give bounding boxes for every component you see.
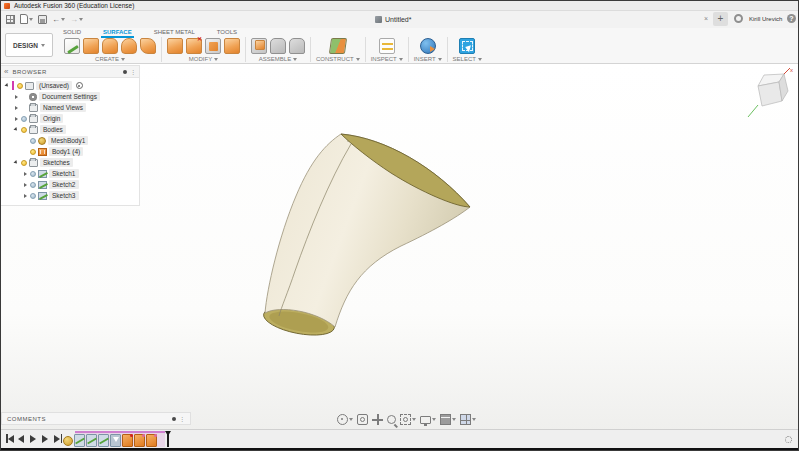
pan-button[interactable] [372,414,383,425]
tree-item-unsaved[interactable]: (Unsaved) [1,80,139,91]
expand-arrow-icon[interactable] [22,172,28,176]
timeline-item-boundary-fill[interactable] [134,434,145,447]
tree-item-document-settings[interactable]: Document Settings [1,91,139,102]
go-to-end-button[interactable] [54,434,62,443]
tree-item-origin[interactable]: Origin [1,113,139,124]
patch-button[interactable] [102,38,118,54]
workspace-selector[interactable]: DESIGN [5,33,53,57]
visibility-bulb-icon[interactable] [30,193,36,199]
look-at-button[interactable] [357,414,368,425]
group-label-create[interactable]: CREATE [95,56,125,62]
timeline-playhead[interactable] [167,431,169,447]
group-label-assemble[interactable]: ASSEMBLE [259,56,297,62]
tree-item-sketches[interactable]: Sketches [1,157,139,168]
group-label-inspect[interactable]: INSPECT [371,56,403,62]
play-button[interactable] [30,434,38,443]
select-button[interactable] [459,38,475,54]
job-status-icon[interactable] [734,14,743,23]
expand-arrow-icon[interactable] [13,95,19,99]
visibility-bulb-icon[interactable] [30,138,36,144]
timeline-settings-gear-icon[interactable] [785,436,792,443]
tab-sheet-metal[interactable]: SHEET METAL [152,28,197,37]
joint-button[interactable] [270,38,286,54]
reverse-normal-button[interactable] [224,38,240,54]
data-panel-toggle[interactable] [6,15,15,24]
visibility-bulb-icon[interactable] [30,182,36,188]
visibility-bulb-icon[interactable] [21,160,27,166]
visibility-bulb-icon[interactable] [30,171,36,177]
group-label-modify[interactable]: MODIFY [189,56,218,62]
redo-button[interactable]: → [70,15,83,24]
visibility-bulb-icon[interactable] [21,116,27,122]
file-icon [20,14,28,24]
timeline-item-boundary-fill[interactable] [146,434,157,447]
tree-item-body1-4[interactable]: Body1 (4) [1,146,139,157]
expand-arrow-icon[interactable] [13,161,19,164]
go-to-start-button[interactable] [6,434,14,443]
tab-solid[interactable]: SOLID [61,28,83,37]
undo-button[interactable]: ← [52,15,65,24]
step-forward-button[interactable] [42,434,50,443]
expand-arrow-icon[interactable] [13,128,19,131]
zoom-button[interactable] [387,415,396,424]
expand-arrow-icon[interactable] [22,183,28,187]
activate-component-radio[interactable] [76,82,83,89]
document-tab[interactable]: Untitled* [369,12,417,27]
tree-item-meshbody1[interactable]: MeshBody1 [1,135,139,146]
group-label-construct[interactable]: CONSTRUCT [316,56,360,62]
fit-button[interactable] [400,414,416,425]
construction-plane-button[interactable] [329,38,347,54]
insert-mesh-button[interactable] [420,38,436,54]
expand-arrow-icon[interactable] [4,84,10,87]
help-button[interactable]: ? [787,14,796,23]
measure-button[interactable] [379,38,395,54]
tree-item-bodies[interactable]: Bodies [1,124,139,135]
visibility-bulb-icon[interactable] [21,127,27,133]
group-label-select[interactable]: SELECT [453,56,482,62]
create-sketch-button[interactable] [64,38,80,54]
viewports-button[interactable] [460,414,476,425]
tree-item-sketch3[interactable]: Sketch3 [1,190,139,201]
viewcube[interactable]: x [743,64,797,122]
timeline-item-sketch[interactable] [98,434,109,447]
visibility-bulb-icon[interactable] [17,83,23,89]
display-settings-button[interactable] [420,416,436,424]
trim-button[interactable] [186,38,202,54]
group-label-insert[interactable]: INSERT [414,56,442,62]
timeline-item-sketch[interactable] [86,434,97,447]
timeline-item-sketch[interactable] [74,434,85,447]
step-back-button[interactable] [18,434,26,443]
panel-dot-icon[interactable] [123,70,127,74]
user-account-button[interactable]: Kirill Urevich [749,16,782,22]
tab-surface[interactable]: SURFACE [101,28,134,37]
collapse-panel-icon[interactable]: « [4,67,8,77]
file-menu-button[interactable] [20,14,33,24]
tree-item-named-views[interactable]: Named Views [1,102,139,113]
press-pull-button[interactable] [167,38,183,54]
expand-arrow-icon[interactable] [22,194,28,198]
sweep-button[interactable] [140,38,156,54]
model-body-surface[interactable] [251,96,491,361]
panel-more-icon[interactable]: ⋮ [130,68,136,75]
close-tab-button[interactable]: × [701,13,711,25]
move-button[interactable] [205,38,221,54]
layout-grid-button[interactable] [440,414,456,425]
save-button[interactable] [38,15,47,24]
timeline-item-surface-feature[interactable] [110,434,121,447]
as-built-joint-button[interactable] [289,38,305,54]
timeline-item-mesh-body[interactable] [63,436,73,446]
extrude-button[interactable] [83,38,99,54]
timeline-item-stitch[interactable] [122,434,133,447]
tab-tools[interactable]: TOOLS [215,28,239,37]
expand-arrow-icon[interactable] [13,117,19,121]
visibility-bulb-icon[interactable] [30,149,36,155]
tree-item-sketch1[interactable]: Sketch1 [1,168,139,179]
revolve-button[interactable] [121,38,137,54]
orbit-button[interactable] [337,414,353,425]
new-component-button[interactable] [251,38,267,54]
new-document-tab-button[interactable]: + [713,12,728,26]
group-label-text: MODIFY [189,56,212,62]
expand-arrow-icon[interactable] [13,106,19,110]
comments-panel[interactable]: COMMENTS ⋮ [1,412,191,425]
tree-item-sketch2[interactable]: Sketch2 [1,179,139,190]
